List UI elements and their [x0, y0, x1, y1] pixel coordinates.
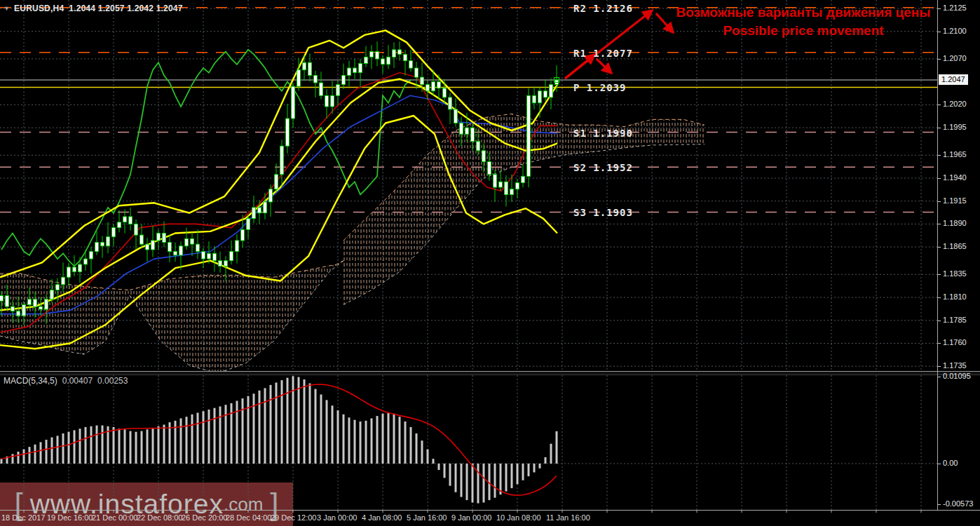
chevron-down-icon: ▼ — [4, 5, 10, 12]
time-tick-label: 18 Dec 2017 — [1, 513, 45, 522]
price-tick-label: 1.1735 — [943, 361, 967, 370]
macd-tick-label: 0.01095 — [943, 372, 971, 380]
macd-tick-mark — [938, 377, 941, 377]
chart-surface[interactable] — [0, 0, 937, 526]
quote-ohlc-label: 1.2044 1.2057 1.2042 1.2047 — [69, 4, 182, 13]
price-tick-label: 1.1835 — [943, 269, 967, 278]
macd-tick-mark — [938, 464, 941, 464]
price-tick-mark — [938, 224, 941, 224]
price-tick-mark — [938, 8, 941, 9]
time-tick-label: 9 Jan 00:00 — [451, 513, 492, 522]
price-tick-label: 1.1915 — [943, 196, 967, 205]
price-tick-label: 1.1810 — [943, 292, 967, 301]
price-tick-mark — [938, 178, 941, 179]
time-axis[interactable]: 18 Dec 201719 Dec 16:0021 Dec 00:0022 De… — [0, 510, 980, 526]
time-tick-label: 4 Jan 08:00 — [362, 513, 402, 522]
time-tick-label: 11 Jan 16:00 — [546, 513, 590, 522]
price-tick-mark — [938, 297, 941, 298]
time-tick-label: 10 Jan 08:00 — [496, 513, 541, 522]
price-tick-label: 1.2125 — [943, 4, 967, 12]
ichimoku-cloud — [0, 114, 705, 373]
price-tick-mark — [938, 128, 941, 128]
macd-histogram — [1, 376, 558, 503]
mt4-chart-window: [ www.instaforex .com ] ▼EURUSD,H4 1.204… — [0, 0, 980, 526]
price-tick-mark — [938, 201, 941, 202]
price-tick-label: 1.2070 — [943, 54, 967, 62]
pivot-label-s2: S2 1.1952 — [573, 162, 633, 173]
price-tick-label: 1.1995 — [943, 123, 967, 131]
price-tick-label: 1.1940 — [943, 173, 967, 182]
annotation-line-ru: Возможные варианты движения цены — [667, 4, 939, 22]
macd-name: MACD(5,34,5) — [4, 376, 57, 386]
price-tick-mark — [938, 274, 941, 275]
price-tick-mark — [938, 104, 941, 105]
price-tick-mark — [938, 59, 941, 60]
price-tick-mark — [938, 155, 941, 156]
price-tick-label: 1.2100 — [943, 27, 967, 35]
time-tick-label: 28 Dec 04:00 — [226, 513, 271, 522]
pivot-label-p: P 1.2039 — [573, 82, 626, 93]
time-tick-label: 29 Dec 12:00 — [271, 513, 316, 522]
annotation-line-en: Possible price movement — [667, 22, 939, 40]
price-tick-label: 1.1785 — [943, 316, 967, 324]
price-tick-label: 1.2020 — [943, 100, 967, 108]
time-tick-label: 26 Dec 20:00 — [182, 513, 227, 522]
price-tick-label: 1.1865 — [943, 242, 967, 250]
price-tick-label: 1.1890 — [943, 219, 967, 227]
pivot-label-r1: R1 1.2077 — [573, 48, 633, 59]
price-tick-mark — [938, 247, 941, 248]
price-tick-mark — [938, 32, 941, 32]
price-tick-mark — [938, 321, 941, 321]
time-tick-label: 5 Jan 16:00 — [407, 513, 447, 522]
price-axis[interactable]: 1.21251.21001.20701.20201.19951.19651.19… — [937, 0, 980, 510]
price-tick-label: 1.1965 — [943, 150, 967, 159]
pivot-label-s3: S3 1.1903 — [573, 207, 633, 218]
symbol-period-label: EURUSD,H4 — [14, 4, 64, 13]
time-tick-label: 3 Jan 00:00 — [317, 513, 358, 522]
pivot-label-s1: S1 1.1990 — [573, 128, 633, 139]
price-tick-mark — [938, 366, 941, 367]
time-tick-label: 21 Dec 00:00 — [92, 513, 137, 522]
price-tick-mark — [938, 343, 941, 344]
time-tick-label: 19 Dec 16:00 — [47, 513, 93, 522]
macd-tick-label: 0.00 — [943, 459, 958, 467]
time-tick-label: 22 Dec 08:00 — [137, 513, 182, 522]
macd-tick-label: -0.00573 — [943, 499, 973, 508]
panel-splitter[interactable] — [0, 371, 980, 375]
bollinger-bb_middle-line — [0, 79, 557, 311]
current-price-label: 1.2047 — [939, 74, 968, 85]
macd-indicator-label: MACD(5,34,5)0.004070.00253 — [4, 376, 128, 386]
price-tick-label: 1.1760 — [943, 338, 967, 346]
chart-title: ▼EURUSD,H4 1.2044 1.2057 1.2042 1.2047 — [4, 4, 183, 13]
pivot-label-r2: R2 1.2126 — [573, 3, 633, 14]
macd-main-value: 0.00407 — [62, 376, 93, 386]
macd-tick-mark — [938, 504, 941, 505]
price-movement-annotation: Возможные варианты движения цены Possibl… — [667, 4, 939, 40]
price-scenario-arrows[interactable] — [565, 11, 673, 79]
macd-signal-value: 0.00253 — [97, 376, 128, 386]
